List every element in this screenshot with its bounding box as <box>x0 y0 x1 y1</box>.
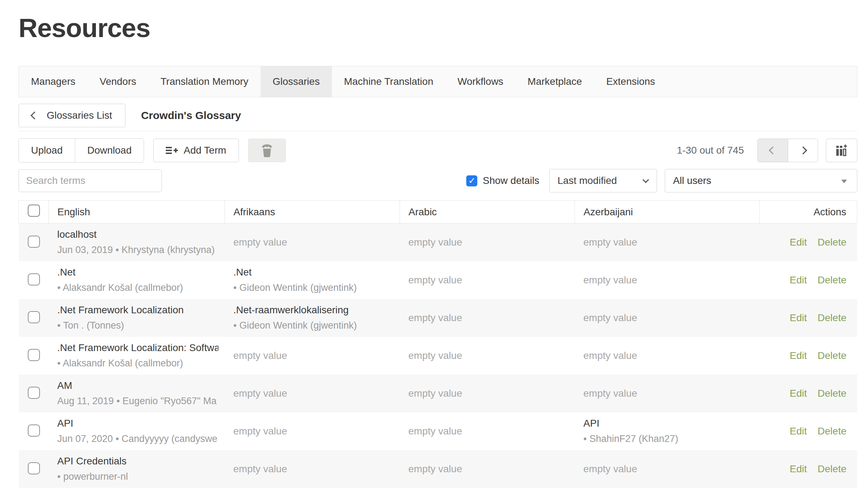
row-checkbox[interactable] <box>28 311 40 323</box>
select-all-checkbox[interactable] <box>28 205 40 217</box>
empty-value: empty value <box>233 388 287 399</box>
select-all-cell <box>19 201 49 223</box>
table-row: API Credentials• powerburner-nlempty val… <box>19 450 857 488</box>
delete-link[interactable]: Delete <box>818 426 847 437</box>
edit-link[interactable]: Edit <box>790 274 807 285</box>
table-row: .Net Framework Localization• Ton . (Tonn… <box>19 299 857 337</box>
edit-link[interactable]: Edit <box>790 312 807 323</box>
empty-value: empty value <box>584 388 637 399</box>
sort-select[interactable]: Last modified <box>549 169 657 192</box>
delete-link[interactable]: Delete <box>818 274 847 285</box>
chevron-right-icon <box>799 146 807 155</box>
empty-value: empty value <box>409 463 462 474</box>
divider <box>19 131 857 131</box>
delete-link[interactable]: Delete <box>818 388 847 399</box>
empty-value: empty value <box>233 463 287 474</box>
column-header-afrikaans: Afrikaans <box>225 201 400 223</box>
term-text: API <box>57 418 219 429</box>
tab-workflows[interactable]: Workflows <box>445 66 515 97</box>
users-select-value: All users <box>673 175 711 186</box>
pagination-range: 1-30 out of 745 <box>677 145 744 156</box>
row-checkbox[interactable] <box>28 387 40 399</box>
delete-link[interactable]: Delete <box>818 312 847 323</box>
next-page-button[interactable] <box>788 139 818 162</box>
show-details-label: Show details <box>483 175 539 186</box>
term-text: .Net-raamwerklokalisering <box>233 304 394 316</box>
chevron-left-icon <box>31 112 39 120</box>
empty-value: empty value <box>584 463 637 474</box>
configure-columns-button[interactable] <box>826 139 857 162</box>
term-text: AM <box>57 380 219 391</box>
terms-table-body: localhostJun 03, 2019 • Khrystyna (khrys… <box>19 223 857 488</box>
term-text: .Net <box>233 267 394 278</box>
search-input[interactable] <box>19 169 162 192</box>
row-checkbox[interactable] <box>28 462 40 474</box>
terms-table-head: English Afrikaans Arabic Azerbaijani Act… <box>19 201 857 223</box>
edit-link[interactable]: Edit <box>790 463 807 474</box>
row-checkbox[interactable] <box>28 236 40 248</box>
tab-extensions[interactable]: Extensions <box>594 66 667 97</box>
edit-link[interactable]: Edit <box>790 388 807 399</box>
chevron-down-icon <box>642 176 649 183</box>
delete-link[interactable]: Delete <box>818 237 847 248</box>
term-detail: • Gideon Wentink (gjwentink) <box>233 320 394 331</box>
filter-row: ✓ Show details Last modified All users <box>19 169 857 192</box>
term-detail: • Alaksandr Košal (callmebor) <box>57 282 219 293</box>
table-row: localhostJun 03, 2019 • Khrystyna (khrys… <box>19 223 857 261</box>
term-detail: • powerburner-nl <box>57 471 219 482</box>
show-details-checkbox[interactable]: ✓ Show details <box>466 175 539 186</box>
edit-link[interactable]: Edit <box>790 237 807 248</box>
checkbox-checked-icon: ✓ <box>466 175 477 186</box>
chevron-left-icon <box>769 146 777 155</box>
row-checkbox[interactable] <box>28 424 40 437</box>
column-header-english: English <box>49 201 225 223</box>
term-detail: • ShahinF27 (Khan27) <box>584 433 753 444</box>
empty-value: empty value <box>584 274 637 285</box>
tab-translation-memory[interactable]: Translation Memory <box>148 66 260 97</box>
empty-value: empty value <box>233 350 287 361</box>
edit-link[interactable]: Edit <box>790 426 807 437</box>
table-row: .Net• Alaksandr Košal (callmebor).Net• G… <box>19 261 857 299</box>
tab-managers[interactable]: Managers <box>19 66 88 97</box>
glossaries-list-back-button[interactable]: Glossaries List <box>19 104 125 127</box>
column-header-arabic: Arabic <box>400 201 575 223</box>
caret-down-icon <box>841 180 847 183</box>
prev-page-button[interactable] <box>758 139 788 162</box>
empty-value: empty value <box>584 312 637 323</box>
tab-marketplace[interactable]: Marketplace <box>515 66 594 97</box>
download-button[interactable]: Download <box>75 139 144 162</box>
page-title: Resources <box>19 13 857 43</box>
add-term-label: Add Term <box>184 145 226 156</box>
delete-link[interactable]: Delete <box>818 350 847 361</box>
term-text: .Net Framework Localization <box>57 304 219 316</box>
add-term-button[interactable]: Add Term <box>153 139 238 162</box>
row-checkbox[interactable] <box>28 349 40 361</box>
term-detail: Jun 03, 2019 • Khrystyna (khrystyna) <box>57 244 219 256</box>
tab-vendors[interactable]: Vendors <box>88 66 149 97</box>
users-select[interactable]: All users <box>665 169 857 192</box>
page-container: Resources ManagersVendorsTranslation Mem… <box>0 0 868 488</box>
tab-machine-translation[interactable]: Machine Translation <box>332 66 446 97</box>
sort-select-value: Last modified <box>558 175 617 186</box>
delete-selected-button[interactable] <box>248 139 286 162</box>
table-row: APIJun 07, 2020 • Candyyyyy (candysweemp… <box>19 412 857 450</box>
trash-icon <box>261 143 273 158</box>
columns-plus-icon <box>836 144 847 156</box>
empty-value: empty value <box>409 350 462 361</box>
toolbar: Upload Download Add Term 1-30 out of 745 <box>19 138 857 163</box>
edit-link[interactable]: Edit <box>790 350 807 361</box>
empty-value: empty value <box>409 426 462 437</box>
table-row: AMAug 11, 2019 • Eugenio "Ryo567" Maempt… <box>19 375 857 412</box>
delete-link[interactable]: Delete <box>818 463 847 474</box>
term-text: API Credentials <box>57 455 219 467</box>
glossary-name-title: Crowdin's Glossary <box>141 109 241 122</box>
row-checkbox[interactable] <box>28 273 40 285</box>
back-button-label: Glossaries List <box>47 110 112 121</box>
terms-table: English Afrikaans Arabic Azerbaijani Act… <box>19 200 857 488</box>
upload-button[interactable]: Upload <box>19 139 75 162</box>
breadcrumb: Glossaries List Crowdin's Glossary <box>19 104 857 127</box>
tab-glossaries[interactable]: Glossaries <box>261 66 332 97</box>
empty-value: empty value <box>409 388 462 399</box>
empty-value: empty value <box>584 237 637 248</box>
empty-value: empty value <box>233 237 287 248</box>
